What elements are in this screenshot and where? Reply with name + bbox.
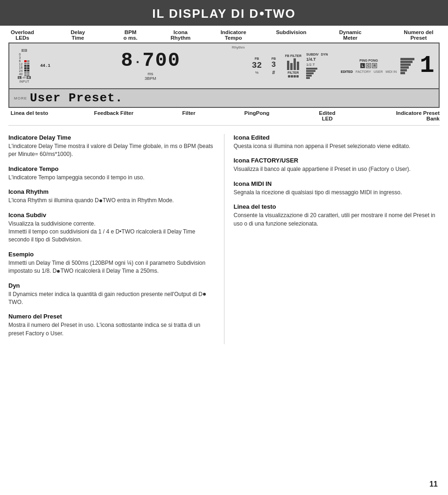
dynmeter-bar-1 <box>400 58 414 60</box>
page-number: 11 <box>429 480 438 488</box>
lcr-l: L <box>360 63 365 68</box>
fbfilter-bar-4 <box>297 62 299 70</box>
section-title-numero-preset: Numero del Preset <box>8 313 215 320</box>
label-subdivision: Subdivision <box>276 29 303 41</box>
header-dot <box>260 12 264 15</box>
digit-7: 7 <box>142 51 154 71</box>
meter-bars: 03612182440 <box>19 53 30 76</box>
section-title-icona-subdiv: Icona Subdiv <box>8 212 215 219</box>
content-area: Indicatore Delay Time L'indicatore Delay… <box>0 129 448 349</box>
section-title-indicatore-tempo: Indicatore Tempo <box>8 165 215 172</box>
section-body-factory-user: Visualizza il banco al quale appartiene … <box>234 165 440 173</box>
section-body-midi-in: Segnala la ricezione di qualsiasi tipo d… <box>234 189 440 197</box>
main-display: O 03612182440 <box>8 42 440 89</box>
subdiv-row: SUBDIV DYN <box>306 53 339 56</box>
filter-hash: # <box>272 70 275 75</box>
label-dynamic-meter: Dynamic Meter <box>332 29 369 41</box>
preset-number-section: 1 <box>418 45 436 86</box>
subdiv-val-row: 1/4.T <box>306 57 339 62</box>
section-body-icona-rhythm: L'icona Rhythm si illumina quando DTWO e… <box>8 197 215 205</box>
status-factory: FACTORY <box>356 70 371 73</box>
bottom-filter: Filter <box>177 110 201 121</box>
label-numero-preset: Numero del Preset <box>398 29 440 41</box>
section-title-linea-testo: Linea del testo <box>234 203 440 210</box>
digit-0-2: 0 <box>168 51 180 71</box>
subdiv-section: SUBDIV DYN 1/4.T 1/2.T <box>306 45 339 86</box>
fb-pct: % <box>255 71 259 75</box>
subdiv-val-1: 1/4.T <box>306 57 316 62</box>
filter-fb-label: FB <box>272 57 276 60</box>
dyn-label: DYN <box>321 53 328 56</box>
meter-lr-labels: L dB R <box>18 76 30 79</box>
dyn-bar-2 <box>306 70 315 72</box>
dyn-bars <box>306 68 339 79</box>
label-delay-time: Delay Time <box>65 29 91 41</box>
section-body-indicatore-delay: L'indicatore Delay Time mostra il valore… <box>8 142 215 159</box>
label-icona-rhythm: IconaRhythm <box>170 29 191 41</box>
meter-r-label: R <box>27 76 30 79</box>
pingpong-label: PING PONG <box>359 59 378 62</box>
label-bpm: BPMo ms. <box>119 29 142 41</box>
fb-filter-label: FB FILTER <box>285 54 301 57</box>
subdiv-val2-row: 1/2.T <box>306 63 339 67</box>
fbfilter-bar-3 <box>294 58 296 70</box>
meter-label-col: 03612182440 <box>19 53 24 76</box>
dyn-bar-1 <box>306 68 317 70</box>
fbfilter-bar-1 <box>287 61 289 70</box>
seg-r-6 <box>27 72 29 74</box>
digits-row: 8 . 7 0 0 <box>121 51 180 71</box>
fbfilter-bar-2 <box>290 63 293 70</box>
meter-col-r <box>27 60 29 76</box>
meter-l-label: L <box>18 76 21 79</box>
status-midi-in: MIDI IN <box>385 70 397 73</box>
bottom-edited-led: EditedLED <box>313 110 341 121</box>
section-title-icona-rhythm: Icona Rhythm <box>8 188 215 195</box>
seg-r-5 <box>27 70 29 71</box>
section-body-esempio: Immetti un Delay Time di 500ms (120BPM o… <box>8 259 215 276</box>
bottom-feedback-filter: Feedback Filter <box>93 110 135 121</box>
section-title-esempio: Esempio <box>8 251 215 258</box>
status-edited: EDITED <box>341 70 353 73</box>
filter-dot-2 <box>291 75 293 78</box>
digit-8: 8 <box>121 51 133 71</box>
text-line-section: MORE User Preset. <box>8 89 440 108</box>
right-column: Icona Edited Questa icona si illumina no… <box>224 134 440 344</box>
bottom-pingpong: PingPong <box>243 110 271 121</box>
divider <box>8 125 440 126</box>
input-meters: O 03612182440 <box>12 45 36 86</box>
digit-dot: . <box>134 53 142 66</box>
seg-r-1 <box>27 60 29 62</box>
section-body-indicatore-tempo: L'indicatore Tempo lampeggia secondo il … <box>8 174 215 182</box>
seg-r-3 <box>27 65 29 67</box>
digit-0-1: 0 <box>155 51 167 71</box>
filter-dots <box>288 75 299 78</box>
dynmeter-bar-3 <box>400 64 411 66</box>
overload-indicator: O <box>21 49 27 52</box>
dynmeter-bar-4 <box>400 66 409 69</box>
bottom-indicatore-preset: Indicatore Preset Bank <box>384 110 440 121</box>
label-indicatore-tempo: IndicatoreTempo <box>219 29 247 41</box>
ms-bpm-label: ms3BPM <box>145 71 156 81</box>
dynmeter-bar-5 <box>400 69 407 71</box>
filter-label2: FILTER <box>287 71 299 74</box>
label-overload-leds: Overload LEDs <box>8 29 36 41</box>
text-line-value: User Preset. <box>30 91 123 105</box>
status-user: USER <box>374 70 383 73</box>
fb-label: FB <box>255 57 259 60</box>
seg-r-4 <box>27 67 29 69</box>
seg-l-2 <box>24 63 27 64</box>
preset-number: 1 <box>420 54 434 78</box>
header-title: IL DISPLAY DI D <box>152 7 259 21</box>
dynmeter-section <box>399 45 416 86</box>
lcr-r: R <box>372 63 377 68</box>
rhythm-label: Rhythm <box>232 45 245 50</box>
section-body-icona-edited: Questa icona si illumina non appena il P… <box>234 142 440 150</box>
seg-l-1 <box>24 60 27 62</box>
dyn-meter-bars <box>400 58 414 74</box>
header-title2: TWO <box>265 7 296 21</box>
delay-value-small: 44.1 <box>40 64 50 68</box>
seg-l-4 <box>24 67 27 69</box>
pingpong-section: PING PONG L C R EDITED FACTORY USER MIDI… <box>341 45 397 86</box>
lcr-c: C <box>366 63 371 68</box>
dynmeter-bar-2 <box>400 61 413 63</box>
